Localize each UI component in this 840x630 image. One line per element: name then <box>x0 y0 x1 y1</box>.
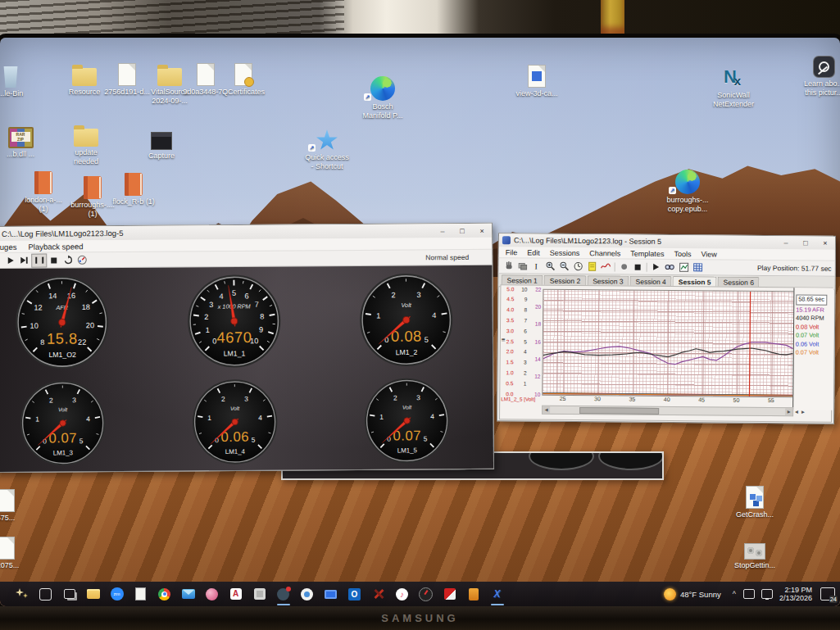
plot-region[interactable] <box>542 289 794 398</box>
y-tick-rpm: 6 <box>514 328 527 333</box>
find-button[interactable] <box>663 261 677 273</box>
gaugeopts-button[interactable] <box>75 254 89 266</box>
legend-entry-15-19-afr: 15.19 AFR <box>796 306 833 315</box>
crash-icon <box>728 482 782 509</box>
maximize-button[interactable]: □ <box>796 238 815 247</box>
stop-button[interactable] <box>47 254 61 266</box>
taskbar-icon-app-orange[interactable] <box>465 584 483 604</box>
gauge-cell-lm1_o2[interactable]: 810121416182022AFR15.8LM1_O2 <box>0 270 148 375</box>
ibeam-button[interactable]: I <box>529 260 543 272</box>
desktop-icon-stopgettin[interactable]: StopGettin... <box>728 533 782 570</box>
pause-button[interactable] <box>31 253 47 267</box>
desktop-icon-capture[interactable]: Capture <box>134 123 188 161</box>
desktop-icon-quick-access-shortcut[interactable]: ↗Quick access- Shortcut <box>300 125 354 171</box>
desktop-icon-bosch-manifold-p[interactable]: ↗BoschManifold P... <box>356 74 410 120</box>
tray-icon-1[interactable] <box>743 589 755 599</box>
menu-file[interactable]: File <box>501 248 523 256</box>
scrollbar-thumb[interactable] <box>579 407 659 415</box>
menu-playback-speed[interactable]: Playback speed <box>22 242 89 252</box>
menu-tools[interactable]: Tools <box>669 250 696 258</box>
zoom-in-button[interactable] <box>543 260 557 272</box>
svg-text:5: 5 <box>232 289 236 297</box>
menu-sessions[interactable]: Sessions <box>545 248 585 256</box>
taskbar-icon-chrome[interactable] <box>156 584 174 604</box>
taskbar-icon-desktops[interactable] <box>61 584 79 604</box>
clock-button[interactable] <box>571 260 585 272</box>
minimize-button[interactable]: – <box>433 227 452 235</box>
minimize-button[interactable]: – <box>776 238 796 247</box>
record-button[interactable] <box>617 261 631 273</box>
menu-view[interactable]: View <box>696 250 721 258</box>
menu-channels[interactable]: Channels <box>584 249 625 257</box>
log-chart-window[interactable]: C:\...\Log Files\LM1Logo2123.log - Sessi… <box>497 233 836 424</box>
desktop-icon-02075[interactable]: 02075... <box>0 533 33 570</box>
step-button[interactable] <box>17 254 31 266</box>
desktop-icon-qcertificates[interactable]: QCertificates <box>216 59 270 97</box>
chart-horizontal-scrollbar[interactable]: ◀ ▶ <box>542 406 793 417</box>
taskbar-icon-outlook[interactable]: O <box>346 584 364 604</box>
desktop-icon-flock-r-b-1[interactable]: flock_R-b (1) <box>107 169 161 206</box>
desktop-icon-getcrash[interactable]: GetCrash... <box>728 482 782 519</box>
layers-button[interactable] <box>515 260 529 272</box>
desktop-icon-le-bin[interactable]: ...le-Bin <box>0 61 38 98</box>
taskbar-icon-logworks[interactable]: X <box>488 584 506 604</box>
close-button[interactable]: × <box>472 226 492 234</box>
gauge-LM1_1: 012345678910x 1000 RPM4670LM1_1 <box>186 274 282 369</box>
play-button[interactable] <box>649 261 663 273</box>
maximize-button[interactable]: □ <box>452 226 472 234</box>
play-button[interactable] <box>3 254 17 266</box>
taskbar-icon-app-gauge[interactable] <box>417 584 435 604</box>
gauge-cell-lm1_3[interactable]: 012345Volt0.07LM1_3 <box>0 374 149 472</box>
grid-button[interactable] <box>691 261 705 274</box>
weather-widget[interactable]: 48°F Sunny <box>664 588 721 601</box>
taskbar-icon-sparkle[interactable] <box>13 584 31 604</box>
taskbar-icon-itunes[interactable]: ♪ <box>393 584 411 604</box>
menu-gauges[interactable]: Gauges <box>0 242 22 251</box>
close-button[interactable]: × <box>815 239 835 247</box>
desktop-icon-london-a-1[interactable]: london-a-...(1) <box>16 167 70 214</box>
taskbar-icon-zoomapp[interactable]: zm <box>108 584 126 604</box>
gauge-cell-lm1_1[interactable]: 012345678910x 1000 RPM4670LM1_1 <box>148 268 320 374</box>
svg-text:2: 2 <box>393 394 397 402</box>
playback-controls <box>3 253 89 268</box>
taskbar-icon-edge-badge[interactable] <box>275 584 293 604</box>
taskbar-icon-app-pink[interactable] <box>203 584 221 604</box>
taskbar-icon-taskview[interactable] <box>37 584 55 604</box>
taskbar-clock[interactable]: 2:19 PM 2/13/2026 <box>779 586 812 602</box>
taskbar-icon-app-flag[interactable] <box>441 584 459 604</box>
pan-button[interactable] <box>502 260 515 272</box>
legend-scroll-arrows[interactable]: ◀▶ <box>795 409 808 414</box>
gauge-playback-window[interactable]: C:\...\Log Files\LM1Logo2123.log-5 –□× G… <box>0 223 494 473</box>
gauge-cell-lm1_5[interactable]: 012345Volt0.07LM1_5 <box>320 372 493 469</box>
notification-center-icon[interactable]: 24 <box>820 587 835 601</box>
zoom-out-button[interactable] <box>557 260 571 272</box>
tray-icon-2[interactable] <box>761 589 773 599</box>
tray-chevron-icon[interactable]: ^ <box>733 590 736 598</box>
scroll-left-arrow[interactable]: ◀ <box>543 406 550 414</box>
taskbar-icon-explorer[interactable] <box>84 584 102 604</box>
stop-button[interactable] <box>631 261 645 273</box>
taskbar-icon-app-grey[interactable] <box>251 584 269 604</box>
curve-button[interactable] <box>599 261 613 273</box>
desktop-icon-burroughs-copy-epub[interactable]: ↗burroughs-...copy.epub... <box>661 167 715 214</box>
desktop-icon-view-3d-ca[interactable]: view-3d-ca... <box>510 61 564 98</box>
taskbar-icon-app-blue[interactable] <box>322 584 340 604</box>
loop-button[interactable] <box>61 254 75 266</box>
taskbar-icon-app-circle[interactable] <box>298 584 316 604</box>
taskbar-icon-app-acrobat[interactable]: A <box>227 584 245 604</box>
desktop-icon-learn-abo-this-pictur[interactable]: Learn abo...this pictur... <box>797 51 840 97</box>
desktop-icon-update-needed[interactable]: updateneeded <box>59 120 113 166</box>
desktop-icon-575[interactable]: 575... <box>0 485 33 523</box>
export-button[interactable] <box>677 261 691 274</box>
taskbar-icon-app-red[interactable] <box>370 584 388 604</box>
taskbar-icon-notepad[interactable] <box>132 584 150 604</box>
taskbar-icon-mail[interactable] <box>179 584 198 604</box>
gauge-cell-lm1_4[interactable]: 012345Volt0.06LM1_4 <box>148 373 321 470</box>
menu-templates[interactable]: Templates <box>625 249 669 257</box>
desktop-icon-sonicwall-netextender[interactable]: NxSonicWallNetExtender <box>706 62 761 109</box>
note-button[interactable] <box>585 261 599 273</box>
gauge-cell-lm1_2[interactable]: 012345Volt0.08LM1_2 <box>320 267 493 373</box>
desktop-icon-b-dll[interactable]: RARZIP...b.dll ... <box>0 121 48 159</box>
scroll-right-arrow[interactable]: ▶ <box>785 408 792 415</box>
menu-edit[interactable]: Edit <box>522 248 545 256</box>
